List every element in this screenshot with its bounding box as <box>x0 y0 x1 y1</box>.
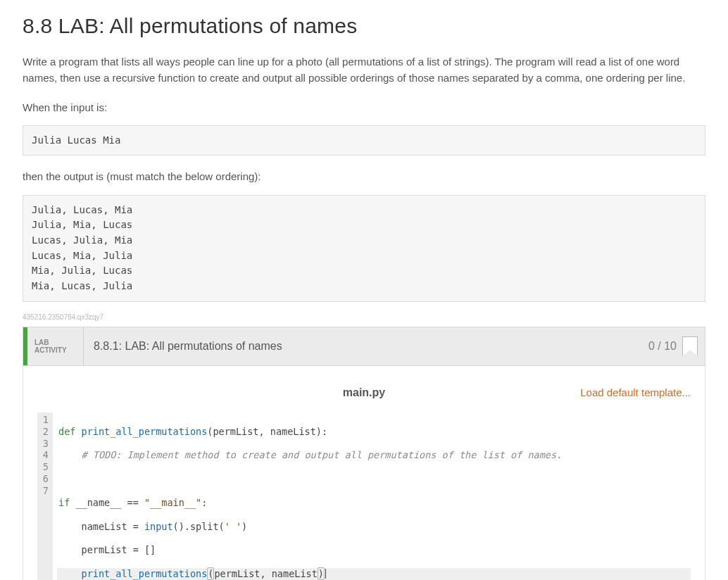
kw: if <box>58 497 70 508</box>
page-title: 8.8 LAB: All permutations of names <box>23 0 705 41</box>
code-editor[interactable]: 1 2 3 4 5 6 7 def print_all_permutations… <box>37 412 691 580</box>
sp <box>75 426 81 437</box>
string: ' ' <box>225 521 241 532</box>
line-number: 1 <box>40 414 49 426</box>
code-line[interactable]: nameList = input().split(' ') <box>57 521 691 533</box>
lab-activity-title-text: 8.8.1: LAB: All permutations of names <box>94 340 282 353</box>
bookmark-icon[interactable] <box>682 336 698 356</box>
text-cursor-icon <box>325 569 326 579</box>
watermark-text: 435216.2350784.qx3zqy7 <box>23 313 705 321</box>
lab-score: 0 / 10 <box>648 340 677 353</box>
line-number: 5 <box>40 461 49 473</box>
fn-name: print_all_permutations <box>82 426 208 437</box>
editor-header: main.py Load default template... <box>37 380 691 405</box>
line-number: 7 <box>40 485 49 497</box>
indent <box>58 521 82 532</box>
code-text: __name__ == <box>70 497 144 508</box>
fn-name: print_all_permutations <box>82 568 208 579</box>
close-paren: ) <box>318 567 325 580</box>
indent <box>58 449 82 460</box>
code-text: nameList = <box>82 521 144 532</box>
string: "__main__" <box>144 497 201 508</box>
code-text: (permList, nameList): <box>207 426 327 437</box>
code-text: permList, nameList <box>214 568 317 579</box>
lab-activity-title: 8.8.1: LAB: All permutations of names <box>84 327 648 365</box>
code-text: ) <box>241 521 247 532</box>
line-number-gutter: 1 2 3 4 5 6 7 <box>37 412 53 580</box>
code-line[interactable]: def print_all_permutations(permList, nam… <box>57 426 691 438</box>
lab-badge-line2: ACTIVITY <box>34 346 75 354</box>
line-number: 3 <box>40 438 49 450</box>
when-input-label: When the input is: <box>23 99 705 115</box>
code-line[interactable]: if __name__ == "__main__": <box>57 497 691 509</box>
fn-name: input <box>144 521 173 532</box>
code-line[interactable]: permList = [] <box>57 544 691 556</box>
line-number: 2 <box>40 426 49 438</box>
code-text: permList = [] <box>82 544 156 555</box>
sample-input-block: Julia Lucas Mia <box>23 125 705 156</box>
then-output-label: then the output is (must match the below… <box>23 168 705 184</box>
sample-output-block: Julia, Lucas, Mia Julia, Mia, Lucas Luca… <box>23 195 705 302</box>
load-default-template-link[interactable]: Load default template... <box>580 386 691 398</box>
kw: def <box>58 426 75 437</box>
indent <box>58 568 82 579</box>
code-area[interactable]: def print_all_permutations(permList, nam… <box>53 412 691 580</box>
open-paren: ( <box>207 567 214 580</box>
lab-activity-badge: LAB ACTIVITY <box>27 327 84 365</box>
code-editor-card: main.py Load default template... 1 2 3 4… <box>23 366 705 580</box>
code-text: : <box>201 497 207 508</box>
problem-description: Write a program that lists all ways peop… <box>23 53 705 87</box>
code-line-active[interactable]: print_all_permutations(permList, nameLis… <box>57 568 691 580</box>
lab-score-block: 0 / 10 <box>648 327 705 365</box>
line-number: 6 <box>40 473 49 485</box>
code-line[interactable]: # TODO: Implement method to create and o… <box>57 449 691 461</box>
lab-activity-banner: LAB ACTIVITY 8.8.1: LAB: All permutation… <box>23 327 705 366</box>
line-number: 4 <box>40 449 49 461</box>
indent <box>58 544 82 555</box>
comment: # TODO: Implement method to create and o… <box>82 449 563 460</box>
code-text: ().split( <box>173 521 225 532</box>
lab-badge-line1: LAB <box>34 339 75 346</box>
code-line[interactable] <box>57 473 691 485</box>
